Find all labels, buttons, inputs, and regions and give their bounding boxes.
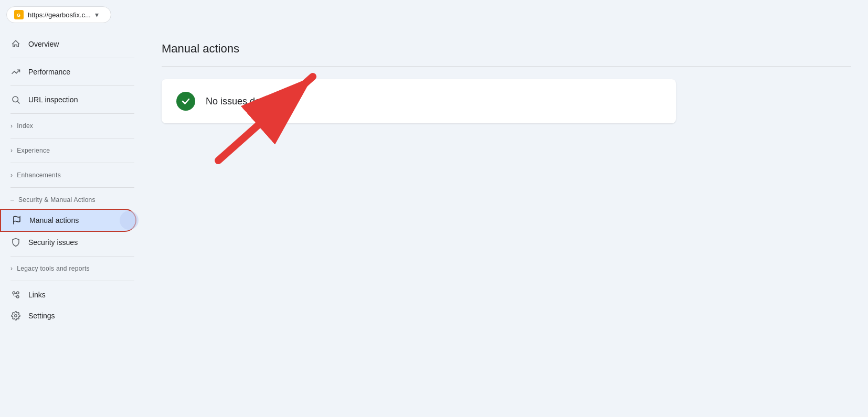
flag-icon bbox=[12, 215, 22, 226]
sidebar-url-inspection-label: URL inspection bbox=[28, 95, 78, 104]
no-issues-text: No issues detected bbox=[206, 96, 286, 107]
svg-point-7 bbox=[17, 292, 19, 294]
sidebar-legacy-label: Legacy tools and reports bbox=[17, 265, 90, 272]
search-icon bbox=[10, 94, 21, 105]
divider-3 bbox=[10, 113, 134, 114]
sidebar-item-security-issues[interactable]: Security issues bbox=[0, 232, 136, 253]
sidebar-item-overview[interactable]: Overview bbox=[0, 34, 136, 55]
sidebar-section-security[interactable]: – Security & Manual Actions bbox=[0, 191, 145, 209]
shield-icon bbox=[10, 237, 21, 248]
chevron-right-icon-2: › bbox=[10, 147, 13, 154]
sidebar-enhancements-label: Enhancements bbox=[17, 172, 61, 179]
sidebar-item-manual-actions[interactable]: Manual actions bbox=[0, 209, 136, 232]
divider-1 bbox=[10, 58, 134, 58]
sidebar-item-settings[interactable]: Settings bbox=[0, 305, 136, 326]
svg-point-2 bbox=[13, 97, 18, 102]
divider-8 bbox=[10, 281, 134, 281]
url-pill[interactable]: G https://gearbosfix.c... ▾ bbox=[6, 6, 111, 23]
divider-2 bbox=[10, 85, 134, 86]
sidebar-experience-label: Experience bbox=[17, 147, 50, 154]
chevron-down-icon: ▾ bbox=[95, 10, 99, 19]
page-title-divider bbox=[162, 66, 851, 67]
sidebar-section-legacy[interactable]: › Legacy tools and reports bbox=[0, 260, 145, 277]
sidebar-section-experience[interactable]: › Experience bbox=[0, 142, 145, 159]
sidebar-item-url-inspection[interactable]: URL inspection bbox=[0, 89, 136, 110]
sidebar-index-label: Index bbox=[17, 122, 33, 130]
sidebar-section-enhancements[interactable]: › Enhancements bbox=[0, 166, 145, 184]
sidebar-security-section-label: Security & Manual Actions bbox=[18, 196, 96, 204]
sidebar-manual-actions-label: Manual actions bbox=[29, 216, 79, 224]
active-indicator bbox=[120, 211, 139, 230]
svg-line-3 bbox=[17, 101, 19, 103]
gear-icon bbox=[10, 311, 21, 321]
main-layout: Overview Performance URL inspection bbox=[0, 29, 868, 417]
chevron-right-icon: › bbox=[10, 122, 13, 130]
sidebar-performance-label: Performance bbox=[28, 68, 70, 76]
sidebar-overview-label: Overview bbox=[28, 40, 59, 48]
content-area: Manual actions No issues detected bbox=[145, 29, 868, 417]
sidebar-links-label: Links bbox=[28, 291, 46, 299]
sidebar-security-issues-label: Security issues bbox=[28, 238, 78, 247]
svg-point-11 bbox=[15, 315, 17, 317]
chevron-down-icon-security: – bbox=[10, 196, 14, 204]
sidebar-section-index[interactable]: › Index bbox=[0, 117, 145, 135]
favicon-icon: G bbox=[14, 10, 24, 19]
page-title: Manual actions bbox=[162, 42, 851, 56]
chevron-right-icon-3: › bbox=[10, 172, 13, 179]
top-bar: G https://gearbosfix.c... ▾ bbox=[0, 0, 868, 29]
trending-icon bbox=[10, 67, 21, 77]
sidebar-settings-label: Settings bbox=[28, 312, 55, 320]
svg-text:G: G bbox=[17, 13, 20, 18]
svg-point-5 bbox=[13, 292, 15, 294]
check-circle-icon bbox=[176, 92, 195, 111]
chevron-right-icon-4: › bbox=[10, 265, 13, 272]
sidebar: Overview Performance URL inspection bbox=[0, 29, 145, 417]
divider-5 bbox=[10, 163, 134, 163]
divider-7 bbox=[10, 256, 134, 256]
url-text: https://gearbosfix.c... bbox=[28, 11, 91, 19]
sidebar-item-links[interactable]: Links bbox=[0, 284, 136, 305]
divider-4 bbox=[10, 138, 134, 138]
links-icon bbox=[10, 290, 21, 300]
no-issues-card: No issues detected bbox=[162, 79, 676, 123]
sidebar-item-performance[interactable]: Performance bbox=[0, 61, 136, 82]
home-icon bbox=[10, 39, 21, 49]
svg-point-6 bbox=[17, 296, 19, 298]
divider-6 bbox=[10, 187, 134, 188]
